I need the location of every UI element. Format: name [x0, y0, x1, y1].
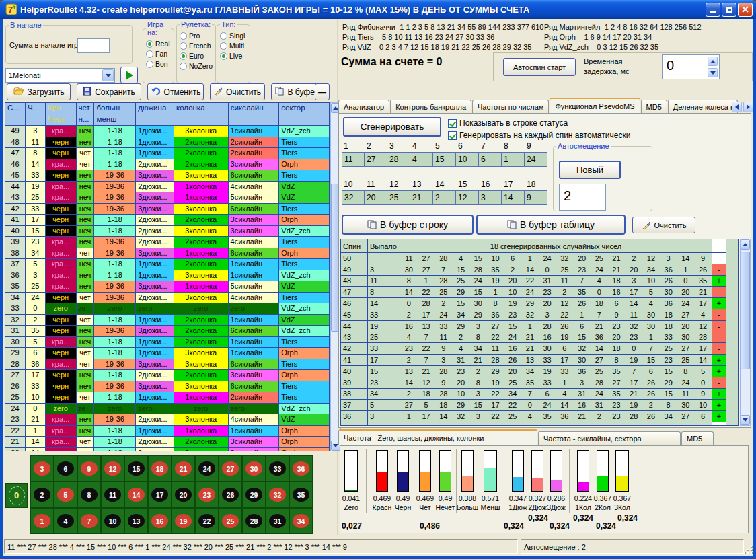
- board-cell-36[interactable]: 36: [289, 455, 313, 482]
- tab-функционал[interactable]: Функционал PsevdoMS: [550, 98, 640, 114]
- board-cell-15[interactable]: 15: [124, 455, 148, 482]
- run-profile-button[interactable]: [120, 67, 138, 83]
- radio-option-multi[interactable]: Multi: [220, 42, 247, 50]
- tab-scroll-right-button[interactable]: [743, 102, 753, 112]
- radio-option-pro[interactable]: Pro: [180, 32, 213, 40]
- board-cell-29[interactable]: 29: [242, 482, 266, 508]
- generated-row[interactable]: 411727331212826133317302781915232514+: [341, 355, 738, 366]
- board-cell-26[interactable]: 26: [219, 482, 242, 508]
- radio-option-singl[interactable]: Singl: [220, 32, 247, 40]
- autospin-start-button[interactable]: Автоспин старт: [503, 58, 576, 76]
- resize-grip[interactable]: [743, 545, 753, 554]
- clear-generated-button[interactable]: Очистить: [632, 217, 695, 233]
- history-row[interactable]: 221кра...неч1-181дюжи...1колонка1сиклайн…: [5, 426, 329, 437]
- board-cell-23[interactable]: 23: [195, 482, 219, 508]
- spinner-down-button[interactable]: [708, 68, 718, 77]
- generated-row[interactable]: 46140282153081929201226186144362417+: [341, 298, 738, 309]
- maximize-button[interactable]: [722, 3, 736, 17]
- freq-tab-2[interactable]: MD5: [681, 431, 714, 445]
- generated-row[interactable]: 50112728415106124322025212123149: [341, 253, 738, 264]
- board-cell-18[interactable]: 18: [148, 455, 172, 482]
- history-row[interactable]: 322чернчет1-181дюжи...2колонка1сиклайнVd…: [5, 315, 329, 326]
- history-row[interactable]: 478чернчет1-181дюжи...2колонка2сиклайнTi…: [5, 148, 329, 159]
- history-row[interactable]: 3525кра...неч19-363дюжи...1колонка5сикла…: [5, 281, 329, 293]
- generated-row[interactable]: 39231412920819253533132827172629240-: [341, 377, 738, 389]
- history-row[interactable]: 375кра...неч1-181дюжи...2колонка1сиклайн…: [5, 259, 329, 270]
- board-cell-13[interactable]: 13: [124, 508, 148, 534]
- tab-деление[interactable]: Деление колеса на: [668, 100, 738, 114]
- history-row[interactable]: 4015черннеч1-182дюжи...3колонка3сиклайнV…: [5, 226, 329, 237]
- очистить-button[interactable]: Очистить: [210, 83, 265, 100]
- radio-option-bon[interactable]: Bon: [146, 60, 171, 68]
- close-button[interactable]: [738, 3, 753, 17]
- generated-row[interactable]: 42332322943411162130632141807252717-: [341, 343, 738, 355]
- combo-dropdown-button[interactable]: [102, 69, 114, 81]
- history-row[interactable]: 3424чернчет19-362дюжи...3колонка4сиклайн…: [5, 293, 329, 304]
- history-row[interactable]: 2014кра...чет1-182дюжи...2колонка3сиклай…: [5, 448, 329, 452]
- отменить-button[interactable]: Отменить: [147, 83, 204, 100]
- board-cell-27[interactable]: 27: [219, 455, 242, 482]
- board-cell-5[interactable]: 5: [54, 482, 77, 508]
- board-cell-20[interactable]: 20: [172, 482, 195, 508]
- start-sum-input[interactable]: [77, 38, 110, 53]
- board-cell-19[interactable]: 19: [172, 508, 195, 534]
- board-cell-10[interactable]: 10: [101, 508, 124, 534]
- freq-tab-0[interactable]: Частота - Zero, шансы, дюжины, колонки: [338, 429, 537, 445]
- board-cell-4[interactable]: 4: [54, 508, 77, 534]
- history-row[interactable]: 493кра...неч1-181дюжи...3колонка1сиклайн…: [5, 126, 329, 137]
- minimize-button[interactable]: [706, 3, 720, 17]
- history-row[interactable]: 296чернчет1-181дюжи...3колонка1сиклайнOr…: [5, 348, 329, 359]
- generated-row[interactable]: [341, 422, 738, 426]
- generated-row[interactable]: 43254711282224211619153620231333028-: [341, 332, 738, 344]
- generated-row[interactable]: 37527518291517220241416312319283010+: [341, 400, 738, 411]
- generated-row[interactable]: 49330277152835214025232421203436126-: [341, 264, 738, 276]
- radio-option-euro[interactable]: Euro: [180, 52, 213, 60]
- board-cell-30[interactable]: 30: [242, 455, 266, 482]
- history-row[interactable]: 4117черннеч1-182дюжи...2колонка3сиклайнO…: [5, 215, 329, 226]
- checkbox-option[interactable]: Генерировать на каждый спин автоматическ…: [448, 130, 630, 141]
- scroll-down-button[interactable]: [741, 415, 750, 425]
- board-cell-24[interactable]: 24: [195, 455, 219, 482]
- history-row[interactable]: 305кра...неч1-181дюжи...2колонка1сиклайн…: [5, 337, 329, 348]
- generated-row[interactable]: 3631171432322254353621223282634276+: [341, 411, 738, 422]
- board-cell-12[interactable]: 12: [101, 455, 124, 482]
- history-row[interactable]: 363кра...неч1-181дюжи...3колонка1сиклайн…: [5, 270, 329, 282]
- history-row[interactable]: 2321кра...неч19-362дюжи...3колонка4сикла…: [5, 414, 329, 426]
- radio-option-fan[interactable]: Fan: [146, 50, 171, 58]
- checkbox-option[interactable]: Показывать в строке статуса: [448, 118, 568, 128]
- history-row[interactable]: 4419кра...неч19-362дюжи...1колонка4сикла…: [5, 182, 329, 193]
- сохранить-button[interactable]: Сохранить: [77, 83, 141, 100]
- tab-scroll-left-button[interactable]: [732, 102, 742, 112]
- freq-tab-1[interactable]: Частота - сиклайны, сектора: [538, 431, 681, 445]
- history-row[interactable]: 2836кра...чет19-363дюжи...3колонка6сикла…: [5, 359, 329, 371]
- new-offset-button[interactable]: Новый: [559, 161, 621, 179]
- history-row[interactable]: 330zeroze...zerozerozerozeroVdZ_zch: [5, 303, 329, 315]
- history-row[interactable]: 4325кра...неч19-363дюжи...1колонка5сикла…: [5, 192, 329, 204]
- загрузить-button[interactable]: Загрузить: [7, 83, 71, 100]
- board-cell-33[interactable]: 33: [266, 455, 289, 482]
- board-cell-28[interactable]: 28: [242, 508, 266, 534]
- tab-контроль[interactable]: Контроль банкролла: [390, 100, 471, 114]
- tab-частоты[interactable]: Частоты по числам: [472, 100, 549, 114]
- board-cell-35[interactable]: 35: [289, 482, 313, 508]
- board-cell-34[interactable]: 34: [289, 508, 313, 534]
- board-cell-17[interactable]: 17: [148, 482, 172, 508]
- generated-row[interactable]: 3834218281032234764312435212615119+: [341, 389, 738, 400]
- board-cell-2[interactable]: 2: [30, 482, 54, 508]
- board-cell-16[interactable]: 16: [148, 508, 172, 534]
- board-cell-14[interactable]: 14: [124, 482, 148, 508]
- radio-option-live[interactable]: Live: [220, 52, 247, 60]
- history-row[interactable]: 4233черннеч19-363дюжи...3колонка6сиклайн…: [5, 204, 329, 215]
- board-cell-32[interactable]: 32: [266, 482, 289, 508]
- generated-row[interactable]: 40151321282322920341933362535761585+: [341, 366, 738, 377]
- board-cell-21[interactable]: 21: [172, 455, 195, 482]
- history-row[interactable]: 4533черннеч19-363дюжи...3колонка6сиклайн…: [5, 170, 329, 182]
- board-cell-7[interactable]: 7: [77, 508, 101, 534]
- history-row[interactable]: 2114кра...чет1-182дюжи...2колонка3сиклай…: [5, 437, 329, 448]
- board-cell-9[interactable]: 9: [77, 455, 101, 482]
- board-cell-25[interactable]: 25: [219, 508, 242, 534]
- history-row[interactable]: 4614кра...чет1-182дюжи...2колонка3сиклай…: [5, 159, 329, 171]
- radio-option-real[interactable]: Real: [146, 40, 171, 48]
- copy-row-button[interactable]: В буфер строку: [342, 215, 474, 235]
- generated-row[interactable]: 4811812825241920223111741831026035+: [341, 276, 738, 287]
